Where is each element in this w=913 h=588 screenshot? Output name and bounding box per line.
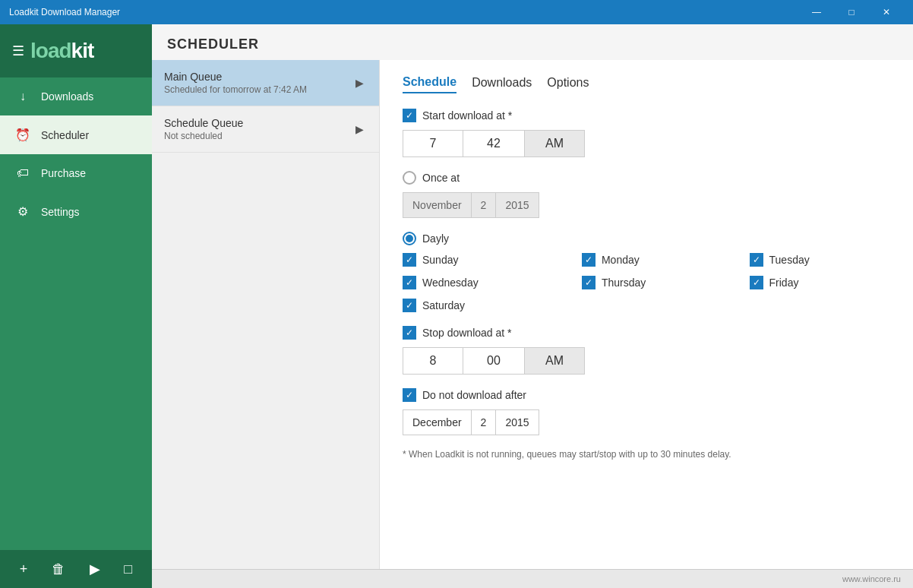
sidebar-item-purchase[interactable]: 🏷 Purchase xyxy=(0,154,152,192)
stop-button[interactable]: □ xyxy=(119,557,137,582)
day-tuesday: ✓ Tuesday xyxy=(750,253,890,267)
end-date-row: December 2 2015 xyxy=(403,409,890,435)
sidebar: ☰ loadkit ↓ Downloads ⏰ Scheduler 🏷 Purc… xyxy=(0,24,152,588)
day-monday: ✓ Monday xyxy=(582,253,727,267)
sidebar-footer: + 🗑 ▶ □ xyxy=(0,550,152,588)
start-minute-field[interactable]: 42 xyxy=(463,130,524,157)
queue-item-schedule-name: Schedule Queue xyxy=(164,117,352,129)
window-controls: — □ ✕ xyxy=(799,0,904,24)
app-body: ☰ loadkit ↓ Downloads ⏰ Scheduler 🏷 Purc… xyxy=(0,24,913,588)
tab-downloads[interactable]: Downloads xyxy=(472,75,532,93)
sidebar-item-downloads[interactable]: ↓ Downloads xyxy=(0,77,152,115)
queue-list: Main Queue Scheduled for tomorrow at 7:4… xyxy=(152,60,380,569)
stop-hour-field[interactable]: 8 xyxy=(403,347,463,375)
sidebar-item-settings[interactable]: ⚙ Settings xyxy=(0,192,152,231)
end-day-field[interactable]: 2 xyxy=(472,409,497,435)
sidebar-label-downloads: Downloads xyxy=(41,90,93,103)
day-friday-checkbox[interactable]: ✓ xyxy=(750,276,763,289)
sidebar-label-purchase: Purchase xyxy=(41,167,86,179)
hamburger-icon[interactable]: ☰ xyxy=(12,43,24,59)
minimize-button[interactable]: — xyxy=(799,0,834,24)
queue-item-main-info: Main Queue Scheduled for tomorrow at 7:4… xyxy=(164,71,352,95)
sidebar-item-scheduler[interactable]: ⏰ Scheduler xyxy=(0,115,152,154)
app-title: Loadkit Download Manager xyxy=(9,7,120,17)
daily-section: Dayly ✓ Sunday ✓ Monday ✓ xyxy=(403,232,890,312)
start-download-label: Start download at * xyxy=(422,109,512,122)
once-at-label: Once at xyxy=(422,172,460,184)
day-thursday-checkbox[interactable]: ✓ xyxy=(582,276,596,289)
delete-button[interactable]: 🗑 xyxy=(47,557,70,582)
schedule-note: * When Loadkit is not running, queues ma… xyxy=(403,449,890,460)
end-year-field[interactable]: 2015 xyxy=(496,409,539,435)
once-year-field[interactable]: 2015 xyxy=(496,192,539,218)
no-download-after-section: ✓ Do not download after December 2 2015 xyxy=(403,388,890,435)
day-wednesday-label: Wednesday xyxy=(422,277,479,289)
queue-schedule-play-button[interactable]: ▶ xyxy=(352,120,367,138)
start-download-section: ✓ Start download at * 7 42 AM xyxy=(403,109,890,157)
day-tuesday-checkbox[interactable]: ✓ xyxy=(750,253,763,267)
once-at-section: Once at November 2 2015 xyxy=(403,171,890,218)
day-friday-label: Friday xyxy=(769,277,799,289)
queue-item-main[interactable]: Main Queue Scheduled for tomorrow at 7:4… xyxy=(152,60,379,106)
day-thursday: ✓ Thursday xyxy=(582,276,727,289)
sidebar-label-settings: Settings xyxy=(41,206,80,218)
titlebar: Loadkit Download Manager — □ ✕ xyxy=(0,0,913,24)
day-saturday-checkbox[interactable]: ✓ xyxy=(403,299,416,312)
day-wednesday-checkbox[interactable]: ✓ xyxy=(403,276,416,289)
purchase-icon: 🏷 xyxy=(15,166,30,180)
no-download-after-checkbox-row: ✓ Do not download after xyxy=(403,388,890,402)
day-friday: ✓ Friday xyxy=(750,276,890,289)
day-monday-label: Monday xyxy=(602,254,640,266)
play-button[interactable]: ▶ xyxy=(85,556,105,582)
days-grid: ✓ Sunday ✓ Monday ✓ Tuesday ✓ xyxy=(403,253,890,312)
day-saturday-label: Saturday xyxy=(422,299,465,311)
once-day-field[interactable]: 2 xyxy=(472,192,497,218)
start-ampm-field[interactable]: AM xyxy=(524,130,585,157)
queue-item-schedule-sub: Not scheduled xyxy=(164,131,352,141)
sidebar-logo: ☰ loadkit xyxy=(0,24,152,77)
watermark-text: www.wincore.ru xyxy=(842,574,901,583)
day-wednesday: ✓ Wednesday xyxy=(403,276,559,289)
schedule-tabs: Schedule Downloads Options xyxy=(403,75,890,93)
close-button[interactable]: ✕ xyxy=(869,0,904,24)
no-download-after-label: Do not download after xyxy=(422,389,526,401)
download-icon: ↓ xyxy=(15,90,30,103)
queue-item-schedule-info: Schedule Queue Not scheduled xyxy=(164,117,352,141)
stop-minute-field[interactable]: 00 xyxy=(463,347,524,375)
stop-download-checkbox-row: ✓ Stop download at * xyxy=(403,326,890,340)
day-monday-checkbox[interactable]: ✓ xyxy=(582,253,596,267)
once-month-field[interactable]: November xyxy=(403,192,472,218)
day-thursday-label: Thursday xyxy=(602,277,646,289)
add-button[interactable]: + xyxy=(15,557,33,582)
queue-item-main-name: Main Queue xyxy=(164,71,352,83)
tab-options[interactable]: Options xyxy=(547,75,589,93)
daily-radio[interactable] xyxy=(403,232,416,245)
day-sunday-checkbox[interactable]: ✓ xyxy=(403,253,416,267)
start-download-checkbox-row: ✓ Start download at * xyxy=(403,109,890,122)
sidebar-label-scheduler: Scheduler xyxy=(41,129,89,141)
scheduler-icon: ⏰ xyxy=(15,128,30,142)
content-area: SCHEDULER Main Queue Scheduled for tomor… xyxy=(152,24,913,588)
day-sunday-label: Sunday xyxy=(422,254,458,266)
daily-radio-row: Dayly xyxy=(403,232,890,245)
watermark: www.wincore.ru xyxy=(152,569,913,588)
stop-ampm-field[interactable]: AM xyxy=(524,347,585,375)
day-saturday: ✓ Saturday xyxy=(403,299,559,312)
day-tuesday-label: Tuesday xyxy=(769,254,810,266)
content-body: Main Queue Scheduled for tomorrow at 7:4… xyxy=(152,60,913,569)
maximize-button[interactable]: □ xyxy=(834,0,869,24)
no-download-after-checkbox[interactable]: ✓ xyxy=(403,388,416,402)
once-at-radio[interactable] xyxy=(403,171,416,185)
tab-schedule[interactable]: Schedule xyxy=(403,75,456,93)
start-time-row: 7 42 AM xyxy=(403,130,890,157)
page-title: SCHEDULER xyxy=(152,24,913,60)
end-month-field[interactable]: December xyxy=(403,409,472,435)
queue-main-play-button[interactable]: ▶ xyxy=(352,74,367,92)
stop-download-section: ✓ Stop download at * 8 00 AM xyxy=(403,326,890,375)
stop-download-checkbox[interactable]: ✓ xyxy=(403,326,416,340)
start-download-checkbox[interactable]: ✓ xyxy=(403,109,416,122)
sidebar-nav: ↓ Downloads ⏰ Scheduler 🏷 Purchase ⚙ Set… xyxy=(0,77,152,550)
start-hour-field[interactable]: 7 xyxy=(403,130,463,157)
stop-time-row: 8 00 AM xyxy=(403,347,890,375)
queue-item-schedule[interactable]: Schedule Queue Not scheduled ▶ xyxy=(152,106,379,153)
